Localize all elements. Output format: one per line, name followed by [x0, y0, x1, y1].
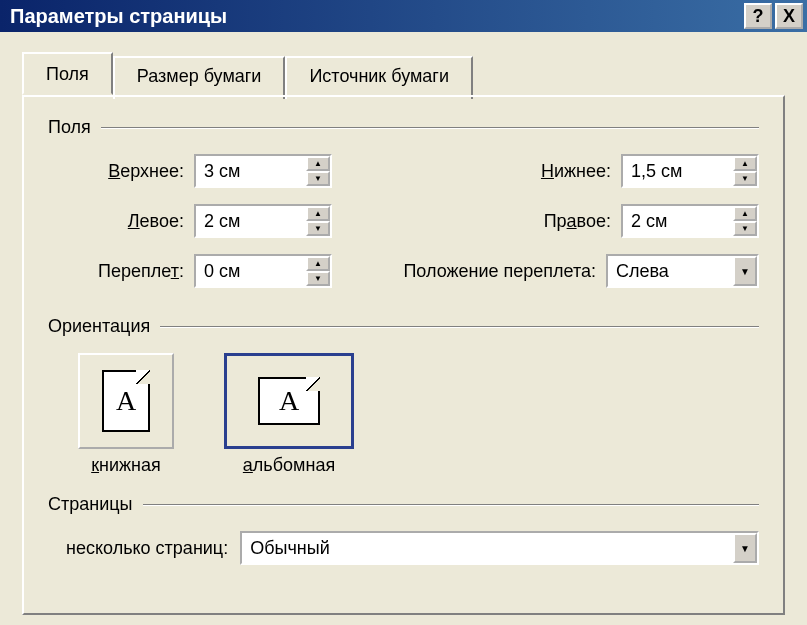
- group-orientation-text: Ориентация: [48, 316, 150, 337]
- separator: [143, 504, 759, 506]
- help-button[interactable]: ?: [744, 3, 772, 29]
- chevron-down-icon[interactable]: ▼: [733, 533, 757, 563]
- label-gutter-position: Положение переплета:: [332, 261, 606, 282]
- tab-strip: Поля Размер бумаги Источник бумаги: [22, 52, 785, 95]
- combo-gutter-position[interactable]: ▼: [606, 254, 759, 288]
- spinner-right[interactable]: ▲▼: [621, 204, 759, 238]
- label-right: Правое:: [332, 211, 621, 232]
- chevron-down-icon[interactable]: ▼: [306, 271, 330, 286]
- separator: [160, 326, 759, 328]
- input-right[interactable]: [623, 206, 733, 236]
- chevron-up-icon[interactable]: ▲: [306, 206, 330, 221]
- window-title: Параметры страницы: [10, 5, 741, 28]
- label-left: Левое:: [66, 211, 194, 232]
- input-multiple-pages[interactable]: [242, 533, 733, 563]
- chevron-down-icon[interactable]: ▼: [306, 171, 330, 186]
- landscape-icon[interactable]: A: [224, 353, 354, 449]
- margins-grid: Верхнее: ▲▼ Нижнее: ▲▼: [48, 154, 759, 288]
- input-top[interactable]: [196, 156, 306, 186]
- chevron-up-icon[interactable]: ▲: [733, 156, 757, 171]
- tab-paper-size[interactable]: Размер бумаги: [113, 56, 286, 99]
- label-top: Верхнее:: [66, 161, 194, 182]
- chevron-up-icon[interactable]: ▲: [306, 256, 330, 271]
- dialog-body: Поля Размер бумаги Источник бумаги Поля …: [0, 32, 807, 625]
- close-button[interactable]: X: [775, 3, 803, 29]
- spinner-gutter[interactable]: ▲▼: [194, 254, 332, 288]
- combo-multiple-pages[interactable]: ▼: [240, 531, 759, 565]
- spin-bottom[interactable]: ▲▼: [733, 156, 757, 186]
- spin-gutter[interactable]: ▲▼: [306, 256, 330, 286]
- label-bottom: Нижнее:: [332, 161, 621, 182]
- label-landscape: альбомная: [243, 455, 335, 476]
- orientation-landscape[interactable]: A альбомная: [224, 353, 354, 476]
- pages-row: несколько страниц: ▼: [48, 531, 759, 565]
- chevron-up-icon[interactable]: ▲: [733, 206, 757, 221]
- group-margins-label: Поля: [48, 117, 759, 138]
- spin-top[interactable]: ▲▼: [306, 156, 330, 186]
- portrait-icon[interactable]: A: [78, 353, 174, 449]
- group-pages-label: Страницы: [48, 494, 759, 515]
- group-pages-text: Страницы: [48, 494, 133, 515]
- spinner-bottom[interactable]: ▲▼: [621, 154, 759, 188]
- group-orientation-label: Ориентация: [48, 316, 759, 337]
- tab-margins[interactable]: Поля: [22, 52, 113, 95]
- chevron-down-icon[interactable]: ▼: [733, 221, 757, 236]
- chevron-up-icon[interactable]: ▲: [306, 156, 330, 171]
- spin-left[interactable]: ▲▼: [306, 206, 330, 236]
- input-left[interactable]: [196, 206, 306, 236]
- label-gutter: Переплет:: [66, 261, 194, 282]
- separator: [101, 127, 759, 129]
- tab-paper-source[interactable]: Источник бумаги: [285, 56, 473, 99]
- orientation-portrait[interactable]: A книжная: [78, 353, 174, 476]
- tab-panel: Поля Верхнее: ▲▼ Нижнее:: [22, 95, 785, 615]
- label-portrait: книжная: [91, 455, 161, 476]
- chevron-down-icon[interactable]: ▼: [733, 256, 757, 286]
- titlebar: Параметры страницы ? X: [0, 0, 807, 32]
- input-gutter-position[interactable]: [608, 256, 733, 286]
- spin-right[interactable]: ▲▼: [733, 206, 757, 236]
- page-setup-dialog: Параметры страницы ? X Поля Размер бумаг…: [0, 0, 807, 625]
- input-bottom[interactable]: [623, 156, 733, 186]
- spinner-left[interactable]: ▲▼: [194, 204, 332, 238]
- chevron-down-icon[interactable]: ▼: [306, 221, 330, 236]
- chevron-down-icon[interactable]: ▼: [733, 171, 757, 186]
- group-margins-text: Поля: [48, 117, 91, 138]
- spinner-top[interactable]: ▲▼: [194, 154, 332, 188]
- orientation-options: A книжная A альбомная: [48, 353, 759, 476]
- input-gutter[interactable]: [196, 256, 306, 286]
- label-multiple-pages: несколько страниц:: [66, 538, 240, 559]
